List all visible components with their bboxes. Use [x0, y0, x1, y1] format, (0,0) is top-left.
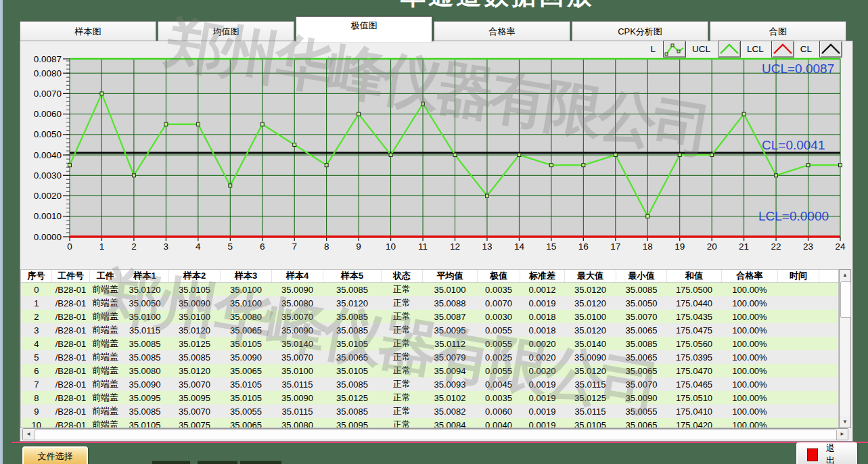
data-point-19	[678, 154, 681, 157]
table-row[interactable]: 6/B28-01前端盖35.008035.012035.006535.01003…	[21, 364, 839, 377]
data-point-1	[100, 92, 104, 95]
scroll-down-icon[interactable]: ▼	[840, 417, 850, 427]
tab-合格率[interactable]: 合格率	[434, 21, 570, 41]
data-point-11	[421, 102, 425, 106]
horizontal-scroll-thumb[interactable]	[35, 430, 837, 440]
cl-chevron-icon[interactable]	[819, 41, 842, 57]
table-row[interactable]: 3/B28-01前端盖35.011535.012035.006535.00903…	[21, 323, 839, 337]
data-point-24	[839, 164, 842, 167]
file-select-button[interactable]: 文件选择	[22, 446, 88, 464]
tab-CPK分析图[interactable]: CPK分析图	[572, 21, 708, 41]
svg-text:21: 21	[739, 241, 749, 252]
column-header-样本5: 样本5	[323, 270, 382, 283]
column-header-样本4: 样本4	[272, 270, 323, 283]
scroll-right-icon[interactable]: ►	[837, 429, 848, 440]
clipped-bottom-element	[152, 461, 190, 464]
column-header-状态: 状态	[382, 270, 423, 283]
data-table: 序号工件号工件样本1样本2样本3样本4样本5状态平均值极值标准差最大值最小值和值…	[20, 269, 839, 428]
tab-均值图[interactable]: 均值图	[158, 21, 294, 41]
table-vertical-scrollbar[interactable]: ▲ ▼	[839, 269, 851, 428]
svg-text:0.0040: 0.0040	[34, 150, 62, 160]
tab-样本图[interactable]: 样本图	[20, 21, 156, 41]
column-header-样本1: 样本1	[121, 270, 169, 283]
exit-button[interactable]: 退 出	[796, 442, 857, 464]
window-left-edge	[0, 0, 3, 464]
lcl-chevron-icon[interactable]	[771, 41, 794, 57]
legend-label-UCL: UCL	[692, 44, 710, 54]
exit-button-label: 退 出	[826, 442, 856, 464]
lcl-annotation: LCL=0.0000	[758, 209, 829, 223]
ucl-annotation: UCL=0.0087	[762, 62, 834, 76]
table-row[interactable]: 7/B28-01前端盖35.009035.007035.010535.01153…	[21, 377, 839, 391]
svg-text:16: 16	[578, 241, 589, 252]
svg-text:19: 19	[675, 241, 685, 252]
svg-text:24: 24	[835, 241, 846, 252]
bottom-separator-line	[12, 442, 868, 443]
table-row[interactable]: 0/B28-01前端盖35.012035.010535.010035.00903…	[21, 283, 839, 297]
svg-text:14: 14	[514, 241, 525, 252]
table-row[interactable]: 2/B28-01前端盖35.010035.010035.008035.00703…	[21, 310, 839, 323]
column-header-时间: 时间	[778, 270, 819, 283]
svg-text:23: 23	[803, 241, 813, 252]
scroll-left-icon[interactable]: ◄	[23, 429, 34, 440]
data-point-13	[485, 194, 488, 198]
svg-text:2: 2	[131, 241, 137, 252]
table-row[interactable]: 5/B28-01前端盖35.008535.008535.009035.00703…	[21, 350, 839, 364]
column-header-样本3: 样本3	[221, 270, 272, 283]
exit-red-square-icon	[807, 448, 818, 461]
data-point-12	[453, 154, 457, 157]
svg-text:12: 12	[450, 241, 460, 252]
series-line-icon[interactable]	[663, 41, 686, 57]
svg-text:1: 1	[99, 241, 105, 252]
cl-annotation: CL=0.0041	[762, 138, 825, 152]
column-header-filler	[819, 270, 840, 283]
table-row[interactable]: 8/B28-01前端盖35.009535.009535.010535.00903…	[21, 391, 839, 404]
data-point-23	[806, 164, 810, 167]
svg-text:7: 7	[292, 241, 297, 252]
svg-text:0.0010: 0.0010	[34, 211, 62, 221]
svg-text:0: 0	[67, 241, 72, 252]
clipped-bottom-element	[240, 461, 281, 464]
data-point-7	[293, 143, 296, 146]
data-point-17	[614, 154, 617, 157]
table-header-row: 序号工件号工件样本1样本2样本3样本4样本5状态平均值极值标准差最大值最小值和值…	[21, 270, 839, 283]
svg-text:0.0087: 0.0087	[34, 54, 62, 64]
column-header-极值: 极值	[478, 270, 520, 283]
table-row[interactable]: 1/B28-01前端盖35.005035.009035.010035.00803…	[21, 296, 839, 310]
data-point-21	[742, 112, 746, 116]
table-horizontal-scrollbar[interactable]: ◄ ►	[22, 428, 848, 440]
column-header-平均值: 平均值	[423, 270, 478, 283]
column-header-最小值: 最小值	[616, 270, 667, 283]
data-point-2	[132, 174, 135, 177]
svg-text:0.0080: 0.0080	[34, 68, 62, 78]
svg-text:6: 6	[260, 241, 265, 252]
column-header-和值: 和值	[667, 270, 722, 283]
vertical-scroll-thumb[interactable]	[840, 281, 851, 318]
table-row[interactable]: 4/B28-01前端盖35.008535.012535.010535.01403…	[21, 337, 839, 350]
column-header-标准差: 标准差	[520, 270, 565, 283]
svg-text:3: 3	[164, 241, 169, 252]
svg-text:0.0000: 0.0000	[34, 232, 62, 242]
ucl-chevron-icon[interactable]	[718, 41, 741, 57]
tab-合图[interactable]: 合图	[710, 21, 846, 41]
data-point-4	[196, 122, 200, 126]
data-point-22	[775, 174, 778, 177]
table-row[interactable]: 10/B28-01前端盖35.010535.007535.006535.0080…	[21, 418, 839, 428]
legend-label-L: L	[650, 44, 656, 54]
scroll-up-icon[interactable]: ▲	[840, 270, 850, 281]
column-header-合格率: 合格率	[722, 270, 778, 283]
svg-text:18: 18	[643, 241, 653, 252]
tab-极值图[interactable]: 极值图	[296, 16, 432, 42]
column-header-最大值: 最大值	[565, 270, 616, 283]
data-point-3	[164, 122, 168, 126]
svg-text:0.0030: 0.0030	[34, 170, 62, 181]
chart-legend: LUCLLCLCL	[606, 40, 842, 58]
data-point-0	[68, 164, 72, 167]
legend-label-CL: CL	[800, 44, 812, 54]
svg-text:0.0050: 0.0050	[34, 129, 62, 139]
svg-text:8: 8	[324, 241, 329, 252]
table-row[interactable]: 9/B28-01前端盖35.008535.007035.005535.01153…	[21, 404, 839, 418]
svg-text:11: 11	[418, 241, 428, 252]
data-point-10	[389, 154, 392, 157]
svg-text:17: 17	[610, 241, 620, 252]
